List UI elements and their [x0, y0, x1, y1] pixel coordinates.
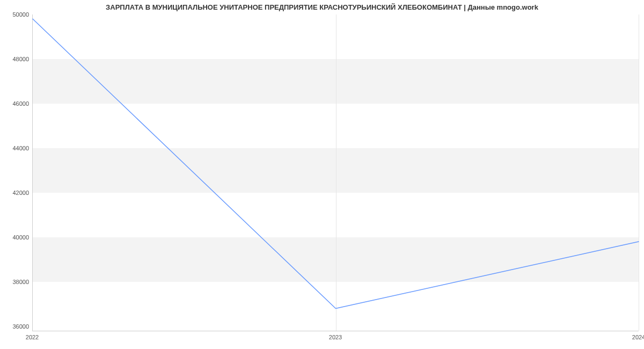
y-tick-label: 44000	[2, 145, 29, 151]
salary-series-line	[33, 14, 639, 331]
y-tick-label: 38000	[2, 279, 29, 285]
salary-line-chart: ЗАРПЛАТА В МУНИЦИПАЛЬНОЕ УНИТАРНОЕ ПРЕДП…	[0, 0, 644, 349]
y-tick-label: 48000	[2, 56, 29, 62]
y-tick-label: 50000	[2, 11, 29, 18]
x-tick-label: 2022	[26, 334, 39, 340]
chart-title: ЗАРПЛАТА В МУНИЦИПАЛЬНОЕ УНИТАРНОЕ ПРЕДП…	[0, 3, 644, 11]
y-tick-label: 40000	[2, 234, 29, 241]
y-tick-label: 42000	[2, 190, 29, 196]
x-gridline	[639, 14, 639, 331]
plot-area	[32, 14, 639, 331]
y-tick-label: 36000	[2, 323, 29, 330]
x-tick-label: 2024	[632, 334, 644, 340]
y-tick-label: 46000	[2, 100, 29, 107]
x-tick-label: 2023	[329, 334, 342, 340]
